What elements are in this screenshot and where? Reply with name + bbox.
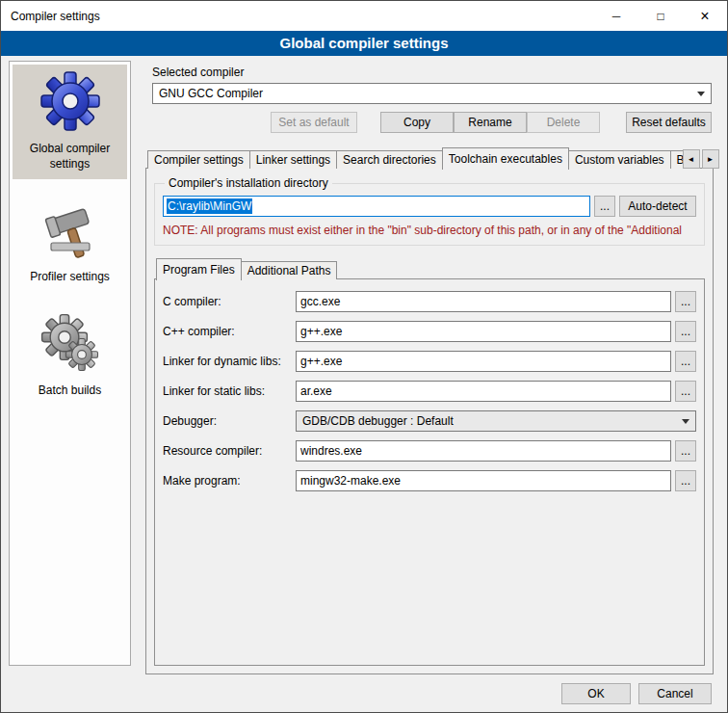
debugger-dropdown[interactable]: GDB/CDB debugger : Default: [296, 410, 696, 432]
dialog-body: Global compiler settings Profiler settin…: [1, 56, 727, 712]
make-program-label: Make program:: [163, 474, 296, 488]
reset-defaults-button[interactable]: Reset defaults: [626, 112, 712, 133]
subtab-additional-paths[interactable]: Additional Paths: [241, 261, 338, 279]
resource-compiler-input[interactable]: [296, 440, 671, 462]
form-row-c-compiler: C compiler: ...: [163, 291, 696, 312]
maximize-icon: □: [657, 10, 663, 23]
c-compiler-label: C compiler:: [163, 295, 296, 308]
static-linker-input[interactable]: [296, 381, 671, 402]
dropdown-arrow-icon: [697, 92, 705, 96]
maximize-button[interactable]: □: [638, 1, 683, 31]
subtab-program-files[interactable]: Program Files: [156, 258, 242, 280]
auto-detect-button[interactable]: Auto-detect: [619, 196, 696, 217]
tab-scrollers: ◄ ►: [683, 149, 719, 169]
tab-search-directories[interactable]: Search directories: [336, 150, 443, 169]
dropdown-arrow-icon: [682, 419, 689, 424]
form-row-dynamic-linker: Linker for dynamic libs: ...: [163, 351, 696, 372]
sidebar-item-label: Batch builds: [14, 383, 125, 399]
profiler-tool-icon: [39, 198, 101, 260]
selected-compiler-value: GNU GCC Compiler: [159, 87, 263, 100]
form-row-debugger: Debugger: GDB/CDB debugger : Default: [163, 410, 696, 432]
tab-build-options[interactable]: Build: [670, 150, 684, 169]
selected-compiler-dropdown[interactable]: GNU GCC Compiler: [152, 83, 712, 104]
sidebar-item-global-compiler-settings[interactable]: Global compiler settings: [13, 65, 127, 179]
ok-button[interactable]: OK: [561, 683, 631, 704]
static-linker-label: Linker for static libs:: [163, 384, 296, 398]
program-files-panel: C compiler: ... C++ compiler: ...: [154, 278, 705, 666]
executables-subtabstrip: Program Files Additional Paths: [154, 257, 705, 279]
c-compiler-input[interactable]: [296, 291, 671, 312]
sidebar-item-label: Global compiler settings: [14, 142, 125, 172]
delete-button: Delete: [527, 112, 600, 133]
static-linker-browse-button[interactable]: ...: [675, 381, 696, 402]
form-row-static-linker: Linker for static libs: ...: [163, 381, 696, 402]
debugger-value: GDB/CDB debugger : Default: [302, 414, 454, 428]
form-row-make-program: Make program: ...: [163, 470, 696, 491]
rename-button[interactable]: Rename: [454, 112, 527, 133]
bin-subdirectory-note: NOTE: All programs must exist either in …: [163, 224, 696, 237]
resource-compiler-browse-button[interactable]: ...: [675, 440, 696, 462]
gray-gears-icon: [39, 312, 101, 374]
tab-custom-variables[interactable]: Custom variables: [568, 150, 671, 169]
settings-tabstrip: Compiler settings Linker settings Search…: [145, 146, 714, 169]
dynamic-linker-input[interactable]: [296, 351, 671, 372]
resource-compiler-label: Resource compiler:: [163, 444, 296, 458]
sidebar-item-label: Profiler settings: [14, 270, 125, 285]
sidebar-item-profiler-settings[interactable]: Profiler settings: [13, 193, 127, 293]
tab-compiler-settings[interactable]: Compiler settings: [147, 150, 250, 169]
cpp-compiler-browse-button[interactable]: ...: [675, 321, 696, 342]
titlebar: Compiler settings ─ □ ×: [1, 1, 727, 31]
c-compiler-browse-button[interactable]: ...: [675, 291, 696, 312]
selected-path-text: C:\raylib\MinGW: [167, 198, 252, 214]
make-program-browse-button[interactable]: ...: [675, 470, 696, 491]
close-button[interactable]: ×: [683, 1, 727, 31]
dialog-footer: OK Cancel: [561, 683, 712, 704]
dynamic-linker-label: Linker for dynamic libs:: [163, 355, 296, 368]
set-as-default-button: Set as default: [271, 112, 357, 133]
selected-compiler-label: Selected compiler: [152, 66, 719, 79]
sidebar-item-batch-builds[interactable]: Batch builds: [13, 306, 127, 407]
window-title: Compiler settings: [11, 10, 100, 23]
tab-scroll-right-icon[interactable]: ►: [702, 149, 719, 169]
compiler-settings-window: Compiler settings ─ □ × Global compiler …: [0, 0, 728, 713]
sidebar: Global compiler settings Profiler settin…: [9, 61, 131, 666]
compiler-actions: Set as default Copy Rename Delete Reset …: [152, 112, 712, 133]
blue-gear-icon: [39, 70, 101, 132]
tab-scroll-left-icon[interactable]: ◄: [683, 149, 700, 169]
main-panel: Selected compiler GNU GCC Compiler Set a…: [141, 56, 719, 674]
make-program-input[interactable]: [296, 470, 671, 491]
tab-linker-settings[interactable]: Linker settings: [249, 150, 337, 169]
minimize-icon: ─: [612, 10, 621, 23]
installation-directory-row: C:\raylib\MinGW ... Auto-detect: [163, 196, 696, 217]
debugger-label: Debugger:: [163, 414, 296, 428]
minimize-button[interactable]: ─: [594, 1, 638, 31]
tab-toolchain-executables[interactable]: Toolchain executables: [442, 147, 569, 170]
cpp-compiler-input[interactable]: [296, 321, 671, 342]
installation-directory-input[interactable]: C:\raylib\MinGW: [163, 196, 590, 217]
cpp-compiler-label: C++ compiler:: [163, 325, 296, 338]
installation-directory-label: Compiler's installation directory: [165, 176, 332, 190]
form-row-cpp-compiler: C++ compiler: ...: [163, 321, 696, 342]
page-title: Global compiler settings: [1, 31, 727, 56]
dynamic-linker-browse-button[interactable]: ...: [675, 351, 696, 372]
form-row-resource-compiler: Resource compiler: ...: [163, 440, 696, 462]
copy-button[interactable]: Copy: [380, 112, 454, 133]
installation-directory-group: Compiler's installation directory C:\ray…: [154, 176, 705, 246]
installation-directory-browse-button[interactable]: ...: [594, 196, 615, 217]
window-controls: ─ □ ×: [594, 1, 727, 31]
toolchain-executables-panel: Compiler's installation directory C:\ray…: [145, 168, 714, 674]
close-icon: ×: [700, 8, 709, 25]
cancel-button[interactable]: Cancel: [638, 683, 712, 704]
